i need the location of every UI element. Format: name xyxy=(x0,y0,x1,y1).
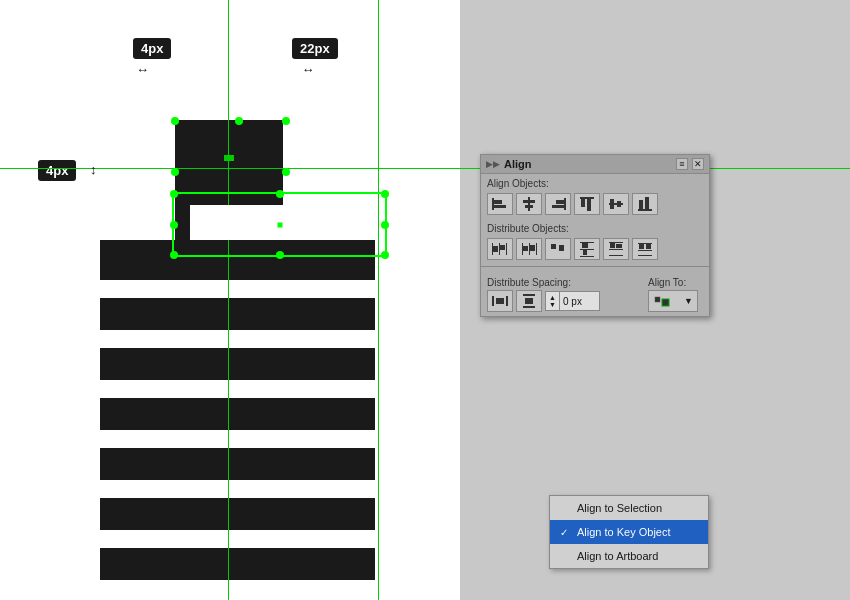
node-tr[interactable] xyxy=(282,117,290,125)
node-ml[interactable] xyxy=(171,168,179,176)
spinner-up[interactable]: ▲ xyxy=(546,294,559,301)
align-bottom-btn[interactable] xyxy=(632,193,658,215)
node-tl[interactable] xyxy=(171,117,179,125)
guide-vertical-1 xyxy=(228,0,229,600)
dim-label-4px-left: 4px xyxy=(38,160,76,181)
svg-rect-45 xyxy=(492,296,494,306)
align-center-h-btn[interactable] xyxy=(516,193,542,215)
panel-collapse-icon: ▶▶ xyxy=(486,159,500,169)
svg-rect-36 xyxy=(609,249,623,250)
svg-rect-15 xyxy=(638,209,652,211)
node-sel-tr[interactable] xyxy=(381,190,389,198)
svg-rect-37 xyxy=(609,255,623,256)
dist-left-btn[interactable] xyxy=(487,238,513,260)
spacing-input[interactable] xyxy=(560,292,595,310)
align-to-artboard-item[interactable]: Align to Artboard xyxy=(550,544,708,568)
svg-rect-41 xyxy=(638,250,652,251)
svg-rect-26 xyxy=(523,246,528,251)
dist-spacing-v-btn[interactable] xyxy=(516,290,542,312)
node-sel-bl[interactable] xyxy=(170,251,178,259)
dist-center-v-icon xyxy=(607,241,625,257)
align-center-v-icon xyxy=(607,196,625,212)
distribute-objects-buttons xyxy=(481,236,709,264)
align-objects-label: Align Objects: xyxy=(481,174,709,191)
svg-rect-42 xyxy=(638,255,652,256)
svg-rect-11 xyxy=(587,199,591,211)
align-to-section: Align To: ▼ xyxy=(648,273,703,312)
align-to-key-object-item[interactable]: ✓ Align to Key Object xyxy=(550,520,708,544)
svg-rect-16 xyxy=(639,200,643,209)
align-left-btn[interactable] xyxy=(487,193,513,215)
dim-label-4px-top: 4px xyxy=(133,38,171,59)
node-sel-tl[interactable] xyxy=(170,190,178,198)
dropdown-arrow-icon: ▼ xyxy=(684,296,693,306)
stripe-5 xyxy=(100,480,375,498)
panel-title: Align xyxy=(504,158,532,170)
node-sel-tm[interactable] xyxy=(276,190,284,198)
svg-rect-40 xyxy=(638,243,652,244)
node-sel-ml[interactable] xyxy=(170,221,178,229)
guide-vertical-2 xyxy=(378,0,379,600)
stripe-4 xyxy=(100,430,375,448)
spinner-down[interactable]: ▼ xyxy=(546,301,559,308)
dist-bottom-icon xyxy=(636,241,654,257)
align-to-dropdown-btn[interactable]: ▼ xyxy=(648,290,698,312)
node-mr[interactable] xyxy=(282,168,290,176)
node-tm[interactable] xyxy=(235,117,243,125)
svg-rect-30 xyxy=(580,242,594,243)
svg-rect-38 xyxy=(610,243,615,248)
panel-menu-btn[interactable]: ≡ xyxy=(676,158,688,170)
align-top-btn[interactable] xyxy=(574,193,600,215)
canvas-area: 4px ↔ 22px ↔ 4px ↕ xyxy=(0,0,850,600)
dist-left-icon xyxy=(491,241,509,257)
svg-rect-31 xyxy=(580,249,594,250)
svg-rect-23 xyxy=(522,243,523,255)
svg-rect-3 xyxy=(528,197,530,211)
svg-rect-20 xyxy=(506,243,507,255)
spacing-spinner[interactable]: ▲ ▼ xyxy=(546,292,560,310)
svg-rect-7 xyxy=(556,200,564,204)
dist-center-h-icon xyxy=(520,241,538,257)
svg-rect-46 xyxy=(506,296,508,306)
align-to-selection-item[interactable]: Align to Selection xyxy=(550,496,708,520)
svg-rect-34 xyxy=(583,250,587,255)
dist-center-h-btn[interactable] xyxy=(516,238,542,260)
panel-controls: ≡ ✕ xyxy=(676,158,704,170)
dist-spacing-v-icon xyxy=(520,293,538,309)
guide-horizontal-1 xyxy=(0,168,850,169)
dist-bottom-btn[interactable] xyxy=(632,238,658,260)
dim-arrow-22px: ↔ xyxy=(243,62,373,77)
node-sel-bm[interactable] xyxy=(276,251,284,259)
align-center-v-btn[interactable] xyxy=(603,193,629,215)
svg-rect-47 xyxy=(496,298,504,304)
node-sel-br[interactable] xyxy=(381,251,389,259)
svg-rect-18 xyxy=(492,243,493,255)
align-to-dropdown-menu: Align to Selection ✓ Align to Key Object… xyxy=(549,495,709,569)
node-sel-mr[interactable] xyxy=(381,221,389,229)
svg-rect-13 xyxy=(610,199,614,209)
head-indicator xyxy=(224,155,234,161)
svg-rect-19 xyxy=(499,243,500,255)
stripe-2 xyxy=(100,330,375,348)
svg-rect-14 xyxy=(617,201,621,207)
align-right-icon xyxy=(549,196,567,212)
distribute-objects-label: Distribute Objects: xyxy=(481,219,709,236)
dist-top-btn[interactable] xyxy=(574,238,600,260)
align-left-icon xyxy=(491,196,509,212)
panel-close-btn[interactable]: ✕ xyxy=(692,158,704,170)
stripe-1 xyxy=(100,280,375,298)
spacing-input-wrapper: ▲ ▼ xyxy=(545,291,600,311)
svg-rect-8 xyxy=(552,205,564,208)
svg-rect-17 xyxy=(645,197,649,209)
distribute-spacing-controls: ▲ ▼ xyxy=(487,290,640,312)
dist-spacing-h-btn[interactable] xyxy=(487,290,513,312)
svg-rect-32 xyxy=(580,256,594,257)
align-bottom-icon xyxy=(636,196,654,212)
svg-rect-9 xyxy=(580,197,594,199)
align-right-btn[interactable] xyxy=(545,193,571,215)
svg-rect-35 xyxy=(609,242,623,243)
svg-rect-49 xyxy=(523,306,535,308)
dist-right-btn[interactable] xyxy=(545,238,571,260)
dist-center-v-btn[interactable] xyxy=(603,238,629,260)
dist-top-icon xyxy=(578,241,596,257)
